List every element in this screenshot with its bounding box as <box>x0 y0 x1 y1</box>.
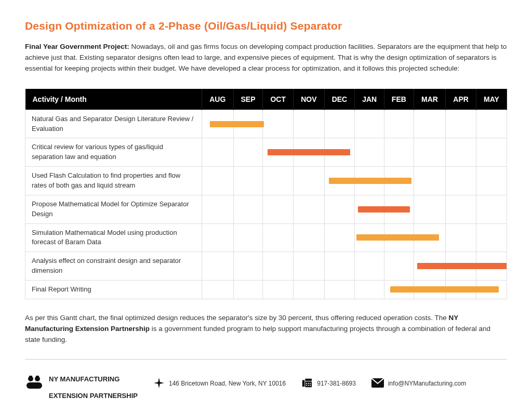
activity-cell: Natural Gas and Separator Design Literat… <box>25 110 202 138</box>
table-row: Propose Mathematical Model for Optimize … <box>25 195 507 223</box>
month-cell <box>233 252 263 281</box>
table-row: Used Flash Calculation to find propertie… <box>25 167 507 195</box>
table-row: Analysis effect on constraint design and… <box>25 252 507 281</box>
month-cell <box>384 167 414 195</box>
outro-pre: As per this Gantt chart, the final optim… <box>25 314 449 322</box>
month-cell <box>355 195 384 223</box>
svg-rect-2 <box>26 382 42 389</box>
month-cell <box>355 167 384 195</box>
month-cell <box>384 223 414 252</box>
month-cell <box>414 110 446 138</box>
address-text: 146 Bricetown Road, New York, NY 10016 <box>169 380 286 387</box>
svg-rect-11 <box>310 383 311 384</box>
month-cell <box>414 167 446 195</box>
svg-rect-3 <box>29 376 32 377</box>
month-cell <box>476 280 507 299</box>
col-month: DEC <box>324 89 355 110</box>
month-cell <box>476 195 507 223</box>
month-cell <box>293 138 324 167</box>
month-cell <box>202 110 234 138</box>
month-cell <box>414 252 446 281</box>
month-cell <box>293 280 324 299</box>
svg-rect-4 <box>36 376 39 377</box>
activity-cell: Final Report Writing <box>25 280 202 299</box>
month-cell <box>384 252 414 281</box>
month-cell <box>202 195 234 223</box>
table-row: Natural Gas and Separator Design Literat… <box>25 110 507 138</box>
org-block: NY MANUFACTURING EXTENSION PARTNERSHIP <box>25 367 138 401</box>
svg-rect-6 <box>302 380 305 387</box>
month-cell <box>293 110 324 138</box>
col-month: MAR <box>414 89 446 110</box>
month-cell <box>293 223 324 252</box>
activity-cell: Used Flash Calculation to find propertie… <box>25 167 202 195</box>
svg-rect-12 <box>306 385 307 386</box>
month-cell <box>355 280 384 299</box>
month-cell <box>202 252 234 281</box>
month-cell <box>414 138 446 167</box>
month-cell <box>293 252 324 281</box>
month-cell <box>202 167 234 195</box>
month-cell <box>384 280 414 299</box>
table-row: Simulation Mathematical Model using prod… <box>25 223 507 252</box>
month-cell <box>233 138 263 167</box>
activity-cell: Analysis effect on constraint design and… <box>25 252 202 281</box>
month-cell <box>446 110 476 138</box>
month-cell <box>384 138 414 167</box>
month-cell <box>414 223 446 252</box>
month-cell <box>384 110 414 138</box>
month-cell <box>476 252 507 281</box>
month-cell <box>446 223 476 252</box>
email-block: info@NYManufacturing.com <box>371 378 466 389</box>
month-cell <box>263 280 294 299</box>
svg-rect-13 <box>308 385 309 386</box>
page-title: Design Optimization of a 2-Phase (Oil/Ga… <box>25 20 507 32</box>
month-cell <box>355 110 384 138</box>
month-cell <box>446 167 476 195</box>
gantt-table: Activity / Month AUG SEP OCT NOV DEC JAN… <box>25 89 507 299</box>
activity-cell: Simulation Mathematical Model using prod… <box>25 223 202 252</box>
table-row: Final Report Writing <box>25 280 507 299</box>
svg-marker-5 <box>154 378 164 388</box>
email-text: info@NYManufacturing.com <box>388 380 466 387</box>
month-cell <box>476 167 507 195</box>
svg-rect-7 <box>305 378 312 381</box>
month-cell <box>414 280 446 299</box>
compass-icon <box>153 377 165 390</box>
org-line2: EXTENSION PARTNERSHIP <box>49 392 138 400</box>
month-cell <box>446 195 476 223</box>
col-month: NOV <box>293 89 324 110</box>
month-cell <box>263 223 294 252</box>
col-month: MAY <box>476 89 507 110</box>
month-cell <box>202 223 234 252</box>
intro-bold: Final Year Government Project: <box>25 43 129 50</box>
month-cell <box>324 110 355 138</box>
svg-rect-10 <box>308 383 309 384</box>
org-line1: NY MANUFACTURING <box>49 375 119 383</box>
people-icon <box>25 374 44 393</box>
month-cell <box>293 167 324 195</box>
month-cell <box>233 167 263 195</box>
activity-cell: Critical review for various types of gas… <box>25 138 202 167</box>
month-cell <box>476 223 507 252</box>
month-cell <box>263 138 294 167</box>
month-cell <box>476 138 507 167</box>
col-month: JAN <box>355 89 384 110</box>
month-cell <box>446 252 476 281</box>
month-cell <box>263 167 294 195</box>
month-cell <box>355 223 384 252</box>
month-cell <box>293 195 324 223</box>
col-month: FEB <box>384 89 414 110</box>
month-cell <box>324 138 355 167</box>
svg-rect-9 <box>306 383 307 384</box>
col-activity: Activity / Month <box>25 89 202 110</box>
month-cell <box>324 167 355 195</box>
month-cell <box>233 280 263 299</box>
month-cell <box>414 195 446 223</box>
envelope-icon <box>371 378 384 389</box>
month-cell <box>233 110 263 138</box>
svg-rect-8 <box>305 381 312 387</box>
footer-divider <box>25 359 507 360</box>
phone-text: 917-381-8693 <box>317 380 356 387</box>
month-cell <box>446 138 476 167</box>
